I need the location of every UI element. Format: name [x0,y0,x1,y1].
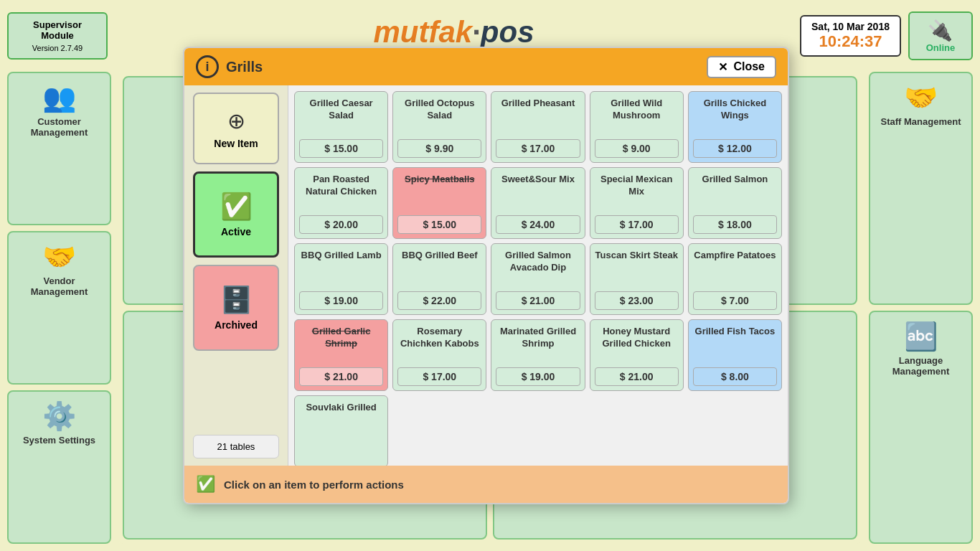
sidebar-item-customer-management[interactable]: 👥 Customer Management [7,72,111,225]
vendor-management-label: Vendor Management [14,276,104,297]
item-card[interactable]: Grilled Salmon$ 18.00 [688,167,782,239]
supervisor-title: Supervisor Module [19,19,96,41]
item-price: $ 23.00 [595,291,679,310]
item-price: $ 17.00 [595,215,679,234]
item-card[interactable]: Grilled Wild Mushroom$ 9.00 [590,91,684,163]
item-price: $ 19.00 [299,291,383,310]
item-price: $ 17.00 [496,139,580,158]
close-label: Close [733,60,765,73]
active-filter-button[interactable]: ✅ Active [193,171,279,258]
datetime-box: Sat, 10 Mar 2018 10:24:37 [800,15,901,57]
item-name: Campfire Patatoes [693,250,777,287]
info-icon: i [196,55,219,78]
sidebar-item-system-settings[interactable]: ⚙️ System Settings [7,390,111,544]
item-card[interactable]: Grilled Salmon Avacado Dip$ 21.00 [491,243,585,315]
supervisor-version: Version 2.7.49 [19,44,96,52]
item-card[interactable]: Souvlaki Grilled [294,395,388,466]
online-status-box: 🔌 Online [908,11,973,60]
item-price: $ 9.90 [397,139,481,158]
tables-info: 21 tables [193,435,279,458]
item-name: Special Mexican Mix [595,174,679,211]
check-circle-icon: ✅ [220,192,253,222]
item-name: Grilled Fish Tacos [693,326,777,363]
item-price: $ 8.00 [693,367,777,386]
footer-instruction: Click on an item to perform actions [224,479,404,491]
item-card[interactable]: Pan Roasted Natural Chicken$ 20.00 [294,167,388,239]
item-card[interactable]: Tuscan Skirt Steak$ 23.00 [590,243,684,315]
settings-icon: ⚙️ [14,400,104,432]
item-card[interactable]: Sweet&Sour Mix$ 24.00 [491,167,585,239]
vendor-icon: 🤝 [14,241,104,273]
logo-text2: pos [481,15,534,49]
item-name: Sweet&Sour Mix [496,174,580,211]
item-name: Grilled Wild Mushroom [595,98,679,135]
item-card[interactable]: Rosemary Chichken Kabobs$ 17.00 [392,319,486,391]
items-grid-area[interactable]: Grilled Caesar Salad$ 15.00Grilled Octop… [288,85,788,466]
archived-label: Archived [215,319,258,331]
item-name: Grilled Caesar Salad [299,98,383,135]
plug-icon: 🔌 [920,19,961,42]
language-management-label: Language Management [876,355,966,377]
close-x-icon: ✕ [718,60,727,74]
staff-management-label: Staff Management [876,116,966,127]
item-card[interactable]: Grills Chicked Wings$ 12.00 [688,91,782,163]
new-item-button[interactable]: ⊕ New Item [193,93,279,164]
language-icon: 🔤 [876,321,966,352]
item-card[interactable]: Grilled Fish Tacos$ 8.00 [688,319,782,391]
item-card[interactable]: Special Mexican Mix$ 17.00 [590,167,684,239]
item-card[interactable]: Grilled Caesar Salad$ 15.00 [294,91,388,163]
modal-title: Grills [226,59,263,75]
item-name: Rosemary Chichken Kabobs [397,326,481,363]
archived-filter-button[interactable]: 🗄️ Archived [193,265,279,351]
item-name: Marinated Grilled Shrimp [496,326,580,363]
item-price: $ 21.00 [299,367,383,386]
date-display: Sat, 10 Mar 2018 [811,21,890,32]
item-card[interactable]: Grilled Octopus Salad$ 9.90 [392,91,486,163]
item-card[interactable]: BBQ Grilled Beef$ 22.00 [392,243,486,315]
item-price: $ 21.00 [496,291,580,310]
sidebar-item-language-management[interactable]: 🔤 Language Management [869,311,973,544]
item-card[interactable]: BBQ Grilled Lamb$ 19.00 [294,243,388,315]
item-card[interactable]: Marinated Grilled Shrimp$ 19.00 [491,319,585,391]
item-card[interactable]: Spicy Meatballs$ 15.00 [392,167,486,239]
item-card[interactable]: Honey Mustard Grilled Chicken$ 21.00 [590,319,684,391]
item-card[interactable]: Campfire Patatoes$ 7.00 [688,243,782,315]
item-name: Grills Chicked Wings [693,98,777,135]
archive-icon: 🗄️ [220,285,253,315]
customers-icon: 👥 [14,82,104,113]
item-price: $ 20.00 [299,215,383,234]
item-name: Tuscan Skirt Steak [595,250,679,287]
modal-footer: ✅ Click on an item to perform actions [184,466,788,503]
new-item-label: New Item [214,138,258,149]
sidebar-item-staff-management[interactable]: 🤝 Staff Management [869,72,973,305]
grills-modal: i Grills ✕ Close ⊕ New Item ✅ Active 🗄️ … [183,47,789,504]
modal-close-button[interactable]: ✕ Close [707,56,776,78]
item-price: $ 19.00 [496,367,580,386]
item-name: Grilled Salmon [693,174,777,211]
sidebar-item-vendor-management[interactable]: 🤝 Vendor Management [7,231,111,385]
active-label: Active [221,226,251,237]
item-name: Grilled Garlic Shrimp [299,326,383,363]
system-settings-label: System Settings [14,435,104,446]
item-price: $ 15.00 [397,215,481,234]
item-name: Grilled Pheasant [496,98,580,135]
logo-text1: mutfak [373,15,472,49]
items-grid: Grilled Caesar Salad$ 15.00Grilled Octop… [294,91,782,466]
item-price: $ 21.00 [595,367,679,386]
modal-header: i Grills ✕ Close [184,48,788,85]
item-name: Souvlaki Grilled [299,402,383,458]
footer-check-icon: ✅ [196,475,215,494]
time-display: 10:24:37 [811,32,890,51]
item-price: $ 15.00 [299,139,383,158]
item-card[interactable]: Grilled Garlic Shrimp$ 21.00 [294,319,388,391]
plus-icon: ⊕ [227,108,245,133]
item-price: $ 12.00 [693,139,777,158]
item-price: $ 17.00 [397,367,481,386]
item-price: $ 18.00 [693,215,777,234]
item-name: BBQ Grilled Beef [397,250,481,287]
item-price: $ 24.00 [496,215,580,234]
online-status-label: Online [920,42,961,53]
item-card[interactable]: Grilled Pheasant$ 17.00 [491,91,585,163]
tables-count: 21 tables [217,441,255,452]
item-name: Spicy Meatballs [397,174,481,211]
